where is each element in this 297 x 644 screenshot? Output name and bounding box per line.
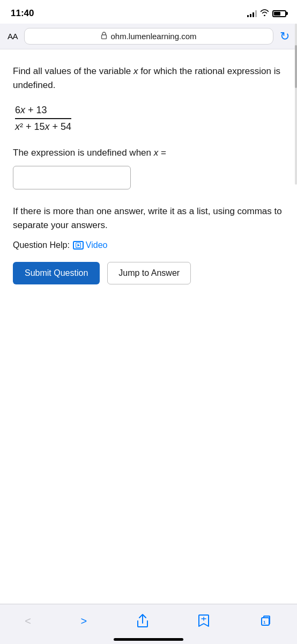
- submit-question-button[interactable]: Submit Question: [13, 262, 100, 284]
- page-content: Find all values of the variable x for wh…: [0, 49, 297, 295]
- answer-input[interactable]: [13, 166, 131, 189]
- scrollbar-track: [295, 24, 297, 185]
- svg-marker-2: [77, 244, 80, 247]
- scrollbar-thumb[interactable]: [295, 45, 297, 88]
- browser-aa-label[interactable]: AA: [8, 32, 18, 41]
- expression-label-text: The expression is undefined when x =: [13, 148, 166, 158]
- instruction-text: If there is more than one answer, write …: [13, 204, 284, 232]
- page-wrapper: 11:40 AA: [0, 0, 297, 644]
- question-help-label: Question Help:: [13, 240, 70, 250]
- battery-icon: [272, 10, 286, 17]
- fraction-display: 6x + 13 x² + 15x + 54: [15, 105, 71, 133]
- jump-to-answer-button[interactable]: Jump to Answer: [107, 262, 191, 284]
- status-time: 11:40: [11, 8, 34, 19]
- video-label: Video: [86, 240, 108, 250]
- wifi-icon: [260, 9, 269, 18]
- expression-label: The expression is undefined when x =: [13, 148, 284, 158]
- video-link[interactable]: Video: [73, 240, 108, 250]
- tabs-button[interactable]: 1: [251, 611, 281, 631]
- forward-button[interactable]: >: [72, 612, 95, 631]
- signal-icon: [247, 10, 257, 17]
- browser-bar: AA ohm.lumenlearning.com ↻: [0, 24, 297, 49]
- video-play-icon: [73, 241, 84, 250]
- svg-text:1: 1: [263, 620, 266, 625]
- fraction-denominator: x² + 15x + 54: [15, 119, 71, 133]
- question-help: Question Help: Video: [13, 240, 284, 250]
- refresh-icon[interactable]: ↻: [280, 30, 289, 43]
- url-bar[interactable]: ohm.lumenlearning.com: [24, 28, 273, 45]
- fraction-numerator: 6x + 13: [15, 105, 47, 118]
- back-button[interactable]: <: [16, 612, 40, 631]
- svg-rect-0: [102, 35, 107, 39]
- question-intro: Find all values of the variable x for wh…: [13, 64, 284, 92]
- home-indicator: [114, 638, 183, 641]
- status-icons: [247, 9, 286, 18]
- share-button[interactable]: [128, 611, 157, 631]
- url-text: ohm.lumenlearning.com: [110, 32, 196, 41]
- lock-icon: [101, 32, 107, 41]
- status-bar: 11:40: [0, 0, 297, 24]
- bookmarks-button[interactable]: [189, 611, 218, 631]
- buttons-row: Submit Question Jump to Answer: [13, 262, 284, 284]
